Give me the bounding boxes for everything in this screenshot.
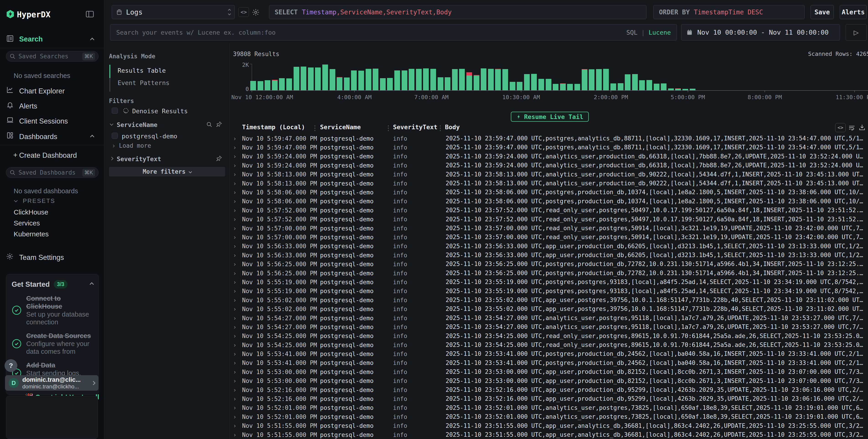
table-row[interactable]: ›Nov 10 5:54:25.000 PMpostgresql-demoinf…	[230, 332, 868, 341]
sidebar-item-team-settings[interactable]: Team Settings	[19, 253, 64, 262]
row-expand-icon[interactable]: ›	[233, 394, 237, 403]
table-row[interactable]: ›Nov 10 5:55:02.000 PMpostgresql-demoinf…	[230, 305, 868, 313]
table-row[interactable]: ›Nov 10 5:59:24.000 PMpostgresql-demoinf…	[230, 152, 868, 161]
row-expand-icon[interactable]: ›	[233, 152, 237, 161]
table-row[interactable]: ›Nov 10 5:53:41.000 PMpostgresql-demoinf…	[230, 349, 868, 358]
row-expand-icon[interactable]: ›	[233, 287, 237, 295]
sidebar-item-preset-services[interactable]: Services	[14, 219, 40, 227]
table-row[interactable]: ›Nov 10 5:54:27.000 PMpostgresql-demoinf…	[230, 314, 868, 322]
mode-results-table[interactable]: Results Table	[118, 67, 166, 74]
row-expand-icon[interactable]: ›	[233, 341, 237, 349]
row-expand-icon[interactable]: ›	[233, 403, 237, 412]
get-started-step[interactable]: Create Data Sources Configure where your…	[11, 332, 93, 355]
row-expand-icon[interactable]: ›	[233, 242, 237, 251]
row-expand-icon[interactable]: ›	[233, 421, 237, 430]
col-header-severitytext[interactable]: SeverityText	[393, 124, 437, 131]
row-expand-icon[interactable]: ›	[233, 233, 237, 242]
row-expand-icon[interactable]: ›	[233, 269, 237, 278]
severity-group-collapse-icon[interactable]	[110, 157, 114, 160]
denoise-checkbox[interactable]	[112, 107, 118, 114]
table-row[interactable]: ›Nov 10 5:59:47.000 PMpostgresql-demoinf…	[230, 143, 868, 152]
row-expand-icon[interactable]: ›	[233, 206, 237, 215]
table-row[interactable]: ›Nov 10 5:52:01.000 PMpostgresql-demoinf…	[230, 403, 868, 412]
row-expand-icon[interactable]: ›	[233, 278, 237, 286]
row-expand-icon[interactable]: ›	[233, 412, 237, 421]
service-group-collapse-icon[interactable]	[110, 122, 114, 126]
table-row[interactable]: ›Nov 10 5:51:55.000 PMpostgresql-demoinf…	[230, 421, 868, 430]
row-expand-icon[interactable]: ›	[233, 197, 237, 206]
table-row[interactable]: ›Nov 10 5:54:27.000 PMpostgresql-demoinf…	[230, 322, 868, 332]
service-search-icon[interactable]	[206, 121, 212, 128]
table-row[interactable]: ›Nov 10 5:53:41.000 PMpostgresql-demoinf…	[230, 358, 868, 368]
table-row[interactable]: ›Nov 10 5:52:16.000 PMpostgresql-demoinf…	[230, 394, 868, 403]
column-resize-handle[interactable]	[440, 125, 441, 131]
edit-source-button[interactable]: <>	[239, 7, 249, 17]
alerts-button[interactable]: Alerts	[840, 5, 867, 19]
service-option-checkbox[interactable]	[112, 133, 118, 139]
column-resize-handle[interactable]	[315, 125, 315, 131]
table-row[interactable]: ›Nov 10 5:58:06.000 PMpostgresql-demoinf…	[230, 188, 868, 197]
table-row[interactable]: ›Nov 10 5:56:25.000 PMpostgresql-demoinf…	[230, 260, 868, 269]
table-row[interactable]: ›Nov 10 5:53:00.000 PMpostgresql-demoinf…	[230, 377, 868, 385]
table-row[interactable]: ›Nov 10 5:59:24.000 PMpostgresql-demoinf…	[230, 161, 868, 170]
row-expand-icon[interactable]: ›	[233, 161, 237, 170]
sidebar-item-create-dashboard[interactable]: Create Dashboard	[19, 151, 77, 160]
table-row[interactable]: ›Nov 10 5:57:52.000 PMpostgresql-demoinf…	[230, 215, 868, 224]
row-expand-icon[interactable]: ›	[233, 377, 237, 385]
table-row[interactable]: ›Nov 10 5:58:13.000 PMpostgresql-demoinf…	[230, 170, 868, 179]
get-started-step[interactable]: Connect to ClickHouse Set up your databa…	[11, 294, 93, 326]
row-expand-icon[interactable]: ›	[233, 251, 237, 260]
table-row[interactable]: ›Nov 10 5:57:52.000 PMpostgresql-demoinf…	[230, 206, 868, 215]
table-row[interactable]: ›Nov 10 5:59:47.000 PMpostgresql-demoinf…	[230, 134, 868, 143]
mode-sql[interactable]: SQL	[626, 29, 638, 36]
table-row[interactable]: ›Nov 10 5:56:25.000 PMpostgresql-demoinf…	[230, 269, 868, 278]
presets-collapse-icon[interactable]	[14, 199, 18, 202]
denoise-label[interactable]: Denoise Results	[132, 107, 188, 115]
row-expand-icon[interactable]: ›	[233, 143, 237, 152]
table-row[interactable]: ›Nov 10 5:55:02.000 PMpostgresql-demoinf…	[230, 295, 868, 305]
table-row[interactable]: ›Nov 10 5:54:25.000 PMpostgresql-demoinf…	[230, 341, 868, 349]
saved-dashboards-field[interactable]	[19, 169, 80, 176]
service-group-name[interactable]: ServiceName	[117, 121, 157, 128]
saved-searches-field[interactable]	[19, 53, 80, 60]
collapse-sidebar-icon[interactable]	[86, 10, 94, 18]
row-expand-icon[interactable]: ›	[233, 295, 237, 305]
sidebar-item-chart-explorer[interactable]: Chart Explorer	[19, 87, 65, 95]
table-row[interactable]: ›Nov 10 5:56:33.000 PMpostgresql-demoinf…	[230, 242, 868, 251]
table-row[interactable]: ›Nov 10 5:53:00.000 PMpostgresql-demoinf…	[230, 368, 868, 376]
table-row[interactable]: ›Nov 10 5:52:01.000 PMpostgresql-demoinf…	[230, 412, 868, 421]
text-wrap-icon[interactable]	[848, 124, 856, 131]
table-row[interactable]: ›Nov 10 5:52:16.000 PMpostgresql-demoinf…	[230, 385, 868, 394]
row-expand-icon[interactable]: ›	[233, 179, 237, 188]
row-expand-icon[interactable]: ›	[233, 314, 237, 322]
row-expand-icon[interactable]: ›	[233, 430, 237, 439]
get-started-collapse-icon[interactable]	[90, 282, 94, 286]
date-range-picker[interactable]: Nov 10 00:00:00 - Nov 11 00:00:00	[681, 24, 840, 40]
resume-live-tail-button[interactable]: Resume Live Tail	[511, 112, 589, 122]
row-expand-icon[interactable]: ›	[233, 368, 237, 376]
download-icon[interactable]	[859, 124, 866, 131]
row-expand-icon[interactable]: ›	[233, 349, 237, 358]
table-source-button[interactable]: <>	[835, 123, 846, 132]
sidebar-item-preset-kubernetes[interactable]: Kubernetes	[14, 230, 49, 238]
sidebar-item-alerts[interactable]: Alerts	[19, 102, 37, 110]
row-expand-icon[interactable]: ›	[233, 260, 237, 269]
saved-searches-input[interactable]: ⌘K	[6, 51, 98, 62]
language-toggle[interactable]: SQL | Lucene	[626, 29, 671, 36]
severity-group-name[interactable]: SeverityText	[117, 155, 161, 162]
table-row[interactable]: ›Nov 10 5:58:13.000 PMpostgresql-demoinf…	[230, 179, 868, 188]
service-pin-icon[interactable]	[216, 121, 222, 128]
row-expand-icon[interactable]: ›	[233, 385, 237, 394]
mode-event-patterns[interactable]: Event Patterns	[118, 79, 169, 86]
source-select[interactable]: Logs	[112, 5, 235, 19]
search-input[interactable]	[116, 29, 622, 36]
table-row[interactable]: ›Nov 10 5:51:55.000 PMpostgresql-demoinf…	[230, 430, 868, 439]
service-option-label[interactable]: postgresql-demo	[122, 133, 177, 140]
row-expand-icon[interactable]: ›	[233, 305, 237, 313]
row-expand-icon[interactable]: ›	[233, 358, 237, 368]
col-header-timestamp[interactable]: Timestamp (Local)	[242, 124, 305, 131]
sidebar-item-dashboards[interactable]: Dashboards	[19, 133, 57, 141]
row-expand-icon[interactable]: ›	[233, 322, 237, 332]
table-row[interactable]: ›Nov 10 5:57:00.000 PMpostgresql-demoinf…	[230, 233, 868, 242]
dashboards-collapse-icon[interactable]	[90, 135, 94, 139]
